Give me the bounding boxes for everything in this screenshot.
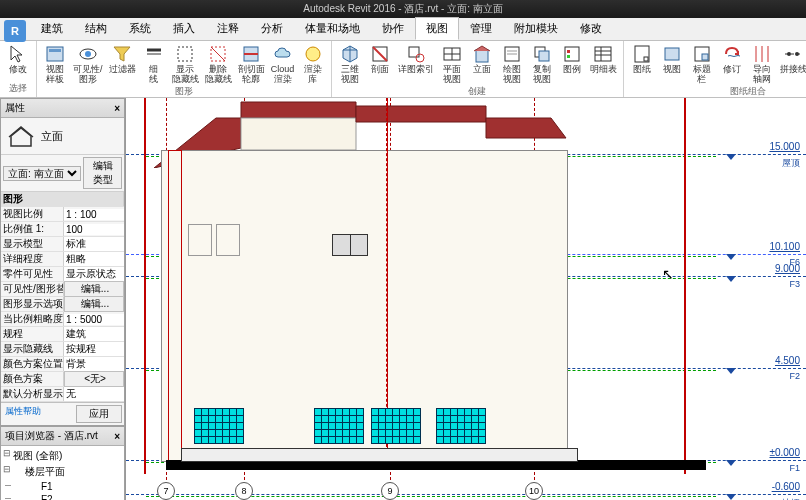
group-label: 图形 — [41, 85, 327, 98]
prop-value[interactable]: 显示原状态 — [64, 267, 124, 281]
ribbon-btn-cloud[interactable]: Cloud渲染 — [269, 43, 297, 85]
tree-node[interactable]: 视图 (全部) — [3, 448, 122, 464]
drawing-canvas[interactable]: 15.000屋顶10.100F69.000F34.500F2±0.000F1-0… — [125, 98, 806, 500]
prop-value[interactable]: 标准 — [64, 237, 124, 251]
ribbon-btn-3d[interactable]: 三维视图 — [336, 43, 364, 85]
elev-icon — [472, 44, 492, 64]
tab-修改[interactable]: 修改 — [569, 17, 613, 40]
ribbon-btn-sheet[interactable]: 图纸 — [628, 43, 656, 85]
prop-value[interactable]: <无> — [64, 371, 124, 387]
ribbon-btn-show[interactable]: 显示隐藏线 — [170, 43, 201, 85]
ribbon-group-图形: 视图样板可见性/图形过滤器细线显示隐藏线删除隐藏线剖切面轮廓Cloud渲染渲染库… — [37, 41, 332, 97]
ribbon-btn-del[interactable]: 删除隐藏线 — [203, 43, 234, 85]
browser-header[interactable]: 项目浏览器 - 酒店.rvt × — [1, 427, 124, 446]
del-icon — [208, 44, 228, 64]
cut-icon — [241, 44, 261, 64]
ribbon-btn-render[interactable]: 渲染库 — [299, 43, 327, 85]
rev-icon — [722, 44, 742, 64]
equipment — [332, 234, 368, 256]
type-selector[interactable]: 立面 — [1, 118, 124, 155]
property-row[interactable]: 颜色方案位置背景 — [1, 357, 124, 372]
ribbon-btn-draft[interactable]: 绘图视图 — [498, 43, 526, 85]
ribbon-btn-plan[interactable]: 平面视图 — [438, 43, 466, 85]
prop-value[interactable]: 背景 — [64, 357, 124, 371]
tab-协作[interactable]: 协作 — [371, 17, 415, 40]
ribbon-btn-match[interactable]: 拼接线 — [778, 43, 806, 85]
ribbon-btn-dup[interactable]: 复制视图 — [528, 43, 556, 85]
tab-附加模块[interactable]: 附加模块 — [503, 17, 569, 40]
sched-icon — [593, 44, 613, 64]
close-icon[interactable]: × — [114, 103, 120, 114]
tab-系统[interactable]: 系统 — [118, 17, 162, 40]
prop-value[interactable]: 粗略 — [64, 252, 124, 266]
tab-建筑[interactable]: 建筑 — [30, 17, 74, 40]
ribbon-btn-filter[interactable]: 过滤器 — [107, 43, 138, 85]
tab-管理[interactable]: 管理 — [459, 17, 503, 40]
ribbon-btn-guide[interactable]: 导向轴网 — [748, 43, 776, 85]
tab-注释[interactable]: 注释 — [206, 17, 250, 40]
prop-value[interactable]: 按规程 — [64, 342, 124, 356]
property-row[interactable]: 可见性/图形替换编辑... — [1, 282, 124, 297]
property-row[interactable]: 规程建筑 — [1, 327, 124, 342]
tree-node[interactable]: F1 — [3, 480, 122, 493]
prop-value[interactable]: 1 : 5000 — [64, 314, 124, 325]
edit-type-button[interactable]: 编辑类型 — [83, 157, 122, 189]
type-dropdown[interactable]: 立面: 南立面 — [3, 166, 81, 181]
svg-line-8 — [211, 47, 225, 61]
tree-node[interactable]: 楼层平面 — [3, 464, 122, 480]
ribbon-btn-callout[interactable]: 详图索引 — [396, 43, 436, 85]
svg-rect-35 — [702, 54, 708, 60]
property-row[interactable]: 视图比例1 : 100 — [1, 207, 124, 222]
ribbon-btn-cut[interactable]: 剖切面轮廓 — [236, 43, 267, 85]
ribbon-btn-cursor[interactable]: 修改 — [4, 43, 32, 75]
apply-button[interactable]: 应用 — [76, 405, 122, 423]
ribbon-btn-eye[interactable]: 可见性/图形 — [71, 43, 105, 85]
property-row[interactable]: 显示隐藏线按规程 — [1, 342, 124, 357]
tmpl-icon — [45, 44, 65, 64]
property-row[interactable]: 图形显示选项编辑... — [1, 297, 124, 312]
ribbon-btn-rev[interactable]: 修订 — [718, 43, 746, 85]
tab-分析[interactable]: 分析 — [250, 17, 294, 40]
property-grid: 图形视图比例1 : 100比例值 1:100显示模型标准详细程度粗略零件可见性显… — [1, 192, 124, 402]
ribbon-btn-section[interactable]: 剖面 — [366, 43, 394, 85]
ribbon-btn-view[interactable]: 视图 — [658, 43, 686, 85]
ribbon-btn-legend[interactable]: 图例 — [558, 43, 586, 85]
property-row[interactable]: 零件可见性显示原状态 — [1, 267, 124, 282]
prop-value[interactable]: 100 — [64, 224, 124, 235]
grid-bubble[interactable]: 8 — [235, 482, 253, 500]
cursor-icon — [8, 44, 28, 64]
properties-header[interactable]: 属性 × — [1, 99, 124, 118]
tab-视图[interactable]: 视图 — [415, 17, 459, 40]
prop-value[interactable]: 无 — [64, 387, 124, 401]
prop-value[interactable]: 建筑 — [64, 327, 124, 341]
prop-value[interactable]: 编辑... — [64, 296, 124, 312]
app-menu-button[interactable]: R — [4, 20, 26, 42]
close-icon[interactable]: × — [114, 431, 120, 442]
tree-node[interactable]: F2 — [3, 493, 122, 500]
property-row[interactable]: 显示模型标准 — [1, 237, 124, 252]
property-row[interactable]: 详细程度粗略 — [1, 252, 124, 267]
svg-rect-25 — [567, 50, 570, 53]
show-icon — [175, 44, 195, 64]
property-row[interactable]: 颜色方案<无> — [1, 372, 124, 387]
property-row[interactable]: 默认分析显示...无 — [1, 387, 124, 402]
ribbon-btn-elev[interactable]: 立面 — [468, 43, 496, 85]
property-row[interactable]: 当比例粗略度...1 : 5000 — [1, 312, 124, 327]
properties-help-link[interactable]: 属性帮助 — [3, 405, 76, 423]
tab-结构[interactable]: 结构 — [74, 17, 118, 40]
tab-插入[interactable]: 插入 — [162, 17, 206, 40]
level-地坪[interactable]: -0.600地坪 — [126, 494, 806, 495]
ribbon-btn-thin[interactable]: 细线 — [140, 43, 168, 85]
render-icon — [303, 44, 323, 64]
prop-value[interactable]: 编辑... — [64, 281, 124, 297]
tab-体量和场地[interactable]: 体量和场地 — [294, 17, 371, 40]
grid-bubble[interactable]: 9 — [381, 482, 399, 500]
ribbon-btn-title[interactable]: 标题栏 — [688, 43, 716, 85]
ribbon-btn-tmpl[interactable]: 视图样板 — [41, 43, 69, 85]
ribbon-btn-sched[interactable]: 明细表 — [588, 43, 619, 85]
prop-value[interactable]: 1 : 100 — [64, 209, 124, 220]
grid-bubble[interactable]: 7 — [157, 482, 175, 500]
grid-bubble[interactable]: 10 — [525, 482, 543, 500]
properties-panel: 属性 × 立面 立面: 南立面 编辑类型 图形视图比例1 : 100比例值 1:… — [0, 98, 125, 426]
property-row[interactable]: 比例值 1:100 — [1, 222, 124, 237]
